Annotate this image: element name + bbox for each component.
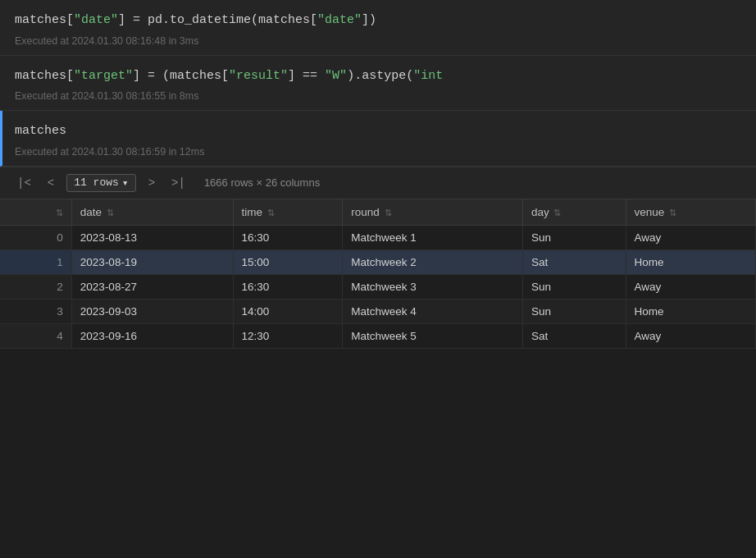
cell-day: Sat [522,323,626,348]
table-row: 22023-08-2716:30Matchweek 3SunAway [0,274,756,299]
table-row: 12023-08-1915:00Matchweek 2SatHome [0,249,756,274]
code-token: [ [66,69,74,83]
col-header-date[interactable]: date ⇅ [71,199,233,226]
rows-per-page-select[interactable]: 11 rows ▾ [66,174,135,192]
cell-time: 14:00 [233,299,343,323]
sort-icon-date: ⇅ [107,208,114,217]
cell-day: Sun [522,274,626,299]
code-token: matches [15,69,66,83]
cell-round: Matchweek 4 [343,299,523,323]
table-row: 32023-09-0314:00Matchweek 4SunHome [0,299,756,323]
cell-time: 16:30 [233,274,343,299]
code-token: ] = pd.to_datetime(matches[ [118,13,317,27]
code-cell-3: matches Executed at 2024.01.30 08:16:59 … [0,111,756,167]
table-area: |< < 11 rows ▾ > >| 1666 rows × 26 colum… [0,167,756,349]
cell-date: 2023-09-16 [71,323,233,348]
cell-index: 0 [0,225,71,249]
code-token: ] = (matches[ [133,69,229,83]
cell-date: 2023-09-03 [71,299,233,323]
code-token: ] == [288,69,325,83]
cell-day: Sun [522,225,626,249]
table-row: 42023-09-1612:30Matchweek 5SatAway [0,323,756,348]
code-line-3: matches [15,122,741,141]
code-token: matches [15,13,66,27]
cell-time: 12:30 [233,323,343,348]
code-token: ).astype( [347,69,413,83]
dataframe-table-wrapper: ⇅ date ⇅ time ⇅ round ⇅ day ⇅ [0,199,756,349]
cell-venue: Away [626,323,755,348]
cell-index: 3 [0,299,71,323]
sort-icon-day: ⇅ [553,208,561,217]
executed-text-3: Executed at 2024.01.30 08:16:59 in 12ms [15,146,741,158]
prev-page-button[interactable]: < [43,175,58,191]
cell-round: Matchweek 2 [343,249,523,274]
code-token: [ [66,13,74,27]
code-cell-1: matches["date"] = pd.to_datetime(matches… [0,0,756,56]
cell-round: Matchweek 5 [343,323,523,348]
col-header-venue[interactable]: venue ⇅ [626,199,755,226]
cell-round: Matchweek 1 [343,225,523,249]
cell-date: 2023-08-13 [71,225,233,249]
sort-icon-venue: ⇅ [669,208,676,217]
col-header-day[interactable]: day ⇅ [522,199,626,226]
table-header-row: ⇅ date ⇅ time ⇅ round ⇅ day ⇅ [0,199,756,226]
executed-text-2: Executed at 2024.01.30 08:16:55 in 8ms [15,90,741,102]
cell-day: Sun [522,299,626,323]
code-cell-2: matches["target"] = (matches["result"] =… [0,56,756,112]
table-row: 02023-08-1316:30Matchweek 1SunAway [0,225,756,249]
cell-time: 16:30 [233,225,343,249]
col-header-index: ⇅ [0,199,71,226]
cell-venue: Away [626,274,755,299]
sort-icon-time: ⇅ [267,208,275,217]
code-line-2: matches["target"] = (matches["result"] =… [15,67,741,86]
code-line-1: matches["date"] = pd.to_datetime(matches… [15,11,741,30]
rows-info-label: 1666 rows × 26 columns [204,176,320,189]
notebook-container: matches["date"] = pd.to_datetime(matches… [0,0,756,558]
cell-index: 1 [0,249,71,274]
executed-text-1: Executed at 2024.01.30 08:16:48 in 3ms [15,35,741,47]
cell-time: 15:00 [233,249,343,274]
sort-icon[interactable]: ⇅ [56,208,63,217]
code-token: "date" [74,13,118,27]
sort-icon-round: ⇅ [385,208,392,217]
code-token: ]) [362,13,376,27]
code-token: matches [15,124,66,138]
first-page-button[interactable]: |< [13,175,35,191]
code-token: "date" [317,13,362,27]
code-token: "int [413,69,443,83]
cell-index: 2 [0,274,71,299]
cell-date: 2023-08-27 [71,274,233,299]
dataframe-table: ⇅ date ⇅ time ⇅ round ⇅ day ⇅ [0,199,756,349]
code-token: "result" [229,69,288,83]
code-token: "W" [325,69,347,83]
cell-day: Sat [522,249,626,274]
cell-venue: Home [626,249,755,274]
cell-venue: Away [626,225,755,249]
code-token: "target" [74,69,133,83]
table-body: 02023-08-1316:30Matchweek 1SunAway12023-… [0,225,756,348]
table-toolbar: |< < 11 rows ▾ > >| 1666 rows × 26 colum… [0,167,756,199]
rows-per-page-label: 11 rows [74,176,119,189]
cell-venue: Home [626,299,755,323]
last-page-button[interactable]: >| [167,175,189,191]
chevron-down-icon: ▾ [122,176,129,190]
col-header-time[interactable]: time ⇅ [233,199,343,226]
cell-index: 4 [0,323,71,348]
next-page-button[interactable]: > [144,175,159,191]
cell-round: Matchweek 3 [343,274,523,299]
cell-date: 2023-08-19 [71,249,233,274]
col-header-round[interactable]: round ⇅ [343,199,523,226]
